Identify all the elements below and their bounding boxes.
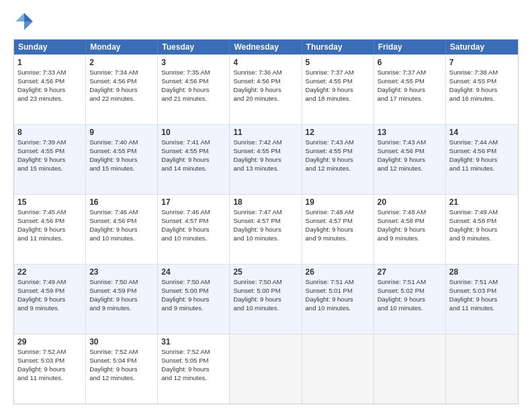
day-cell-31: 31Sunrise: 7:52 AM Sunset: 5:05 PM Dayli… — [158, 334, 230, 404]
day-number: 24 — [161, 267, 226, 277]
week-row-4: 22Sunrise: 7:49 AM Sunset: 4:59 PM Dayli… — [14, 264, 518, 334]
day-number: 18 — [233, 197, 298, 208]
day-cell-12: 12Sunrise: 7:43 AM Sunset: 4:55 PM Dayli… — [302, 125, 374, 194]
day-cell-10: 10Sunrise: 7:41 AM Sunset: 4:55 PM Dayli… — [158, 125, 230, 194]
logo-icon — [13, 11, 35, 32]
day-cell-6: 6Sunrise: 7:37 AM Sunset: 4:55 PM Daylig… — [374, 55, 446, 124]
week-row-2: 8Sunrise: 7:39 AM Sunset: 4:55 PM Daylig… — [14, 124, 518, 194]
header-day-monday: Monday — [86, 40, 158, 54]
day-number: 31 — [161, 336, 226, 347]
day-number: 22 — [17, 267, 82, 277]
week-row-3: 15Sunrise: 7:45 AM Sunset: 4:56 PM Dayli… — [14, 194, 518, 264]
day-cell-26: 26Sunrise: 7:51 AM Sunset: 5:01 PM Dayli… — [302, 265, 374, 334]
day-number: 15 — [17, 197, 82, 208]
day-number: 7 — [449, 57, 515, 68]
day-number: 29 — [17, 336, 82, 347]
header-day-sunday: Sunday — [14, 40, 86, 54]
day-number: 6 — [378, 57, 442, 68]
day-cell-23: 23Sunrise: 7:50 AM Sunset: 4:59 PM Dayli… — [86, 265, 158, 334]
empty-cell — [374, 334, 446, 404]
day-number: 17 — [161, 197, 226, 208]
week-row-1: 1Sunrise: 7:33 AM Sunset: 4:56 PM Daylig… — [14, 54, 518, 124]
day-number: 30 — [89, 336, 154, 347]
day-number: 21 — [449, 197, 515, 208]
day-number: 23 — [89, 267, 154, 277]
day-cell-19: 19Sunrise: 7:48 AM Sunset: 4:57 PM Dayli… — [302, 195, 374, 264]
calendar-body: 1Sunrise: 7:33 AM Sunset: 4:56 PM Daylig… — [14, 54, 518, 404]
header-day-tuesday: Tuesday — [158, 40, 230, 54]
day-number: 16 — [89, 197, 154, 208]
day-cell-4: 4Sunrise: 7:36 AM Sunset: 4:56 PM Daylig… — [230, 55, 302, 124]
day-number: 19 — [306, 197, 370, 208]
day-cell-24: 24Sunrise: 7:50 AM Sunset: 5:00 PM Dayli… — [158, 265, 230, 334]
day-cell-22: 22Sunrise: 7:49 AM Sunset: 4:59 PM Dayli… — [14, 265, 86, 334]
day-cell-27: 27Sunrise: 7:51 AM Sunset: 5:02 PM Dayli… — [374, 265, 446, 334]
empty-cell — [302, 334, 374, 404]
day-cell-7: 7Sunrise: 7:38 AM Sunset: 4:55 PM Daylig… — [446, 55, 518, 124]
day-number: 25 — [233, 267, 298, 277]
day-cell-18: 18Sunrise: 7:47 AM Sunset: 4:57 PM Dayli… — [230, 195, 302, 264]
day-cell-20: 20Sunrise: 7:48 AM Sunset: 4:58 PM Dayli… — [374, 195, 446, 264]
week-row-5: 29Sunrise: 7:52 AM Sunset: 5:03 PM Dayli… — [14, 334, 518, 404]
day-cell-9: 9Sunrise: 7:40 AM Sunset: 4:55 PM Daylig… — [86, 125, 158, 194]
day-cell-28: 28Sunrise: 7:51 AM Sunset: 5:03 PM Dayli… — [446, 265, 518, 334]
calendar: SundayMondayTuesdayWednesdayThursdayFrid… — [13, 39, 519, 404]
logo — [13, 11, 38, 32]
day-cell-16: 16Sunrise: 7:46 AM Sunset: 4:56 PM Dayli… — [86, 195, 158, 264]
day-cell-13: 13Sunrise: 7:43 AM Sunset: 4:56 PM Dayli… — [374, 125, 446, 194]
day-cell-15: 15Sunrise: 7:45 AM Sunset: 4:56 PM Dayli… — [14, 195, 86, 264]
day-cell-25: 25Sunrise: 7:50 AM Sunset: 5:00 PM Dayli… — [230, 265, 302, 334]
day-cell-8: 8Sunrise: 7:39 AM Sunset: 4:55 PM Daylig… — [14, 125, 86, 194]
svg-marker-2 — [15, 13, 24, 21]
day-number: 10 — [161, 127, 226, 138]
day-cell-14: 14Sunrise: 7:44 AM Sunset: 4:56 PM Dayli… — [446, 125, 518, 194]
day-number: 20 — [378, 197, 442, 208]
day-number: 28 — [449, 267, 515, 277]
day-number: 27 — [378, 267, 442, 277]
day-cell-17: 17Sunrise: 7:46 AM Sunset: 4:57 PM Dayli… — [158, 195, 230, 264]
empty-cell — [230, 334, 302, 404]
day-cell-5: 5Sunrise: 7:37 AM Sunset: 4:55 PM Daylig… — [302, 55, 374, 124]
day-cell-1: 1Sunrise: 7:33 AM Sunset: 4:56 PM Daylig… — [14, 55, 86, 124]
day-number: 9 — [89, 127, 154, 138]
day-number: 14 — [449, 127, 515, 138]
day-number: 1 — [17, 57, 82, 68]
day-number: 26 — [306, 267, 370, 277]
empty-cell — [446, 334, 518, 404]
day-number: 12 — [306, 127, 370, 138]
day-cell-29: 29Sunrise: 7:52 AM Sunset: 5:03 PM Dayli… — [14, 334, 86, 404]
day-number: 11 — [233, 127, 298, 138]
day-number: 2 — [89, 57, 154, 68]
calendar-header: SundayMondayTuesdayWednesdayThursdayFrid… — [14, 40, 518, 54]
day-cell-21: 21Sunrise: 7:49 AM Sunset: 4:58 PM Dayli… — [446, 195, 518, 264]
day-cell-30: 30Sunrise: 7:52 AM Sunset: 5:04 PM Dayli… — [86, 334, 158, 404]
day-number: 13 — [378, 127, 442, 138]
day-cell-3: 3Sunrise: 7:35 AM Sunset: 4:56 PM Daylig… — [158, 55, 230, 124]
day-cell-11: 11Sunrise: 7:42 AM Sunset: 4:55 PM Dayli… — [230, 125, 302, 194]
day-cell-2: 2Sunrise: 7:34 AM Sunset: 4:56 PM Daylig… — [86, 55, 158, 124]
day-number: 4 — [233, 57, 298, 68]
day-number: 8 — [17, 127, 82, 138]
svg-marker-1 — [24, 21, 33, 30]
header-day-thursday: Thursday — [302, 40, 374, 54]
day-number: 3 — [161, 57, 226, 68]
header — [13, 11, 519, 32]
header-day-friday: Friday — [374, 40, 446, 54]
day-number: 5 — [306, 57, 370, 68]
header-day-saturday: Saturday — [446, 40, 518, 54]
page: SundayMondayTuesdayWednesdayThursdayFrid… — [0, 0, 532, 411]
header-day-wednesday: Wednesday — [230, 40, 302, 54]
svg-marker-0 — [24, 13, 33, 21]
